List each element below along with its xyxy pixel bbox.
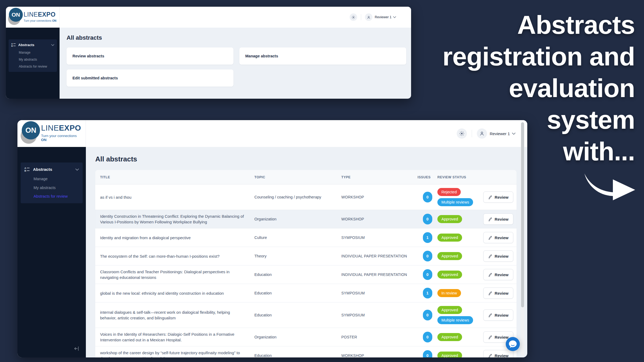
chevron-down-icon[interactable] (393, 16, 396, 18)
theme-toggle-button[interactable] (457, 128, 467, 139)
brand-logo: ON LINEEXPO Turn your connections ON (17, 120, 86, 147)
abstract-type: INDIVIDUAL PAPER PRESENTATION (341, 272, 418, 277)
person-icon (479, 131, 485, 136)
pen-icon (488, 217, 492, 221)
abstract-title: Identity Construction in Threatening Con… (95, 213, 254, 225)
abstract-type: WORKSHOP (341, 217, 418, 221)
table-row: Classroom Conflicts and Teacher Position… (95, 265, 517, 284)
issues-badge: 0 (423, 214, 432, 224)
svg-text:B: B (11, 45, 13, 47)
pen-icon (488, 195, 492, 199)
sidebar-item-abstracts-for-review[interactable]: Abstracts for review (11, 65, 54, 68)
sidebar-item-my-abstracts[interactable]: My abstracts (24, 186, 79, 190)
sidebar-item-manage[interactable]: Manage (24, 177, 79, 181)
abstract-type: WORKSHOP (341, 195, 418, 199)
sidebar-item-manage[interactable]: Manage (11, 51, 54, 54)
user-avatar-button[interactable] (365, 13, 372, 21)
review-button[interactable]: Review (483, 250, 513, 262)
pen-icon (488, 254, 492, 258)
abstract-topic: Education (254, 353, 341, 357)
status-badge: Multiple reviews (437, 198, 473, 206)
abstract-type: WORKSHOP (341, 353, 418, 357)
abstract-type: SYMPOSIUM (341, 313, 418, 317)
user-avatar-button[interactable] (477, 128, 487, 139)
theme-toggle-button[interactable] (350, 13, 357, 21)
collapse-sidebar-icon[interactable] (74, 346, 80, 352)
sidebar-group-label: Abstracts (33, 167, 52, 172)
review-button[interactable]: Review (483, 191, 513, 203)
status-badge: Approved (437, 333, 462, 341)
review-button[interactable]: Review (483, 213, 513, 225)
issues-badge: 0 (423, 332, 432, 342)
brand-circle: ON (9, 8, 23, 22)
action-cards: Review abstracts Manage abstracts Edit s… (67, 47, 406, 87)
person-icon (367, 15, 371, 20)
sidebar-items: ManageMy abstractsAbstracts for review (11, 51, 54, 68)
abstract-title: Voices in the Identity of Researchers: D… (95, 331, 254, 343)
table-row: workshop of the career design by “self-f… (95, 346, 517, 357)
scrollbar[interactable] (521, 122, 524, 355)
chat-bubble-icon (505, 336, 521, 352)
card-edit-submitted-abstracts[interactable]: Edit submitted abstracts (67, 69, 233, 87)
brand-tagline: Turn your connections ON (24, 19, 56, 22)
chevron-down-icon (75, 167, 79, 172)
brand-mark: ON (8, 8, 23, 25)
pen-icon (488, 273, 492, 277)
user-menu[interactable]: Reviewer 1 (375, 15, 391, 19)
status-badge: Approved (437, 306, 462, 314)
issues-badge: 0 (423, 192, 432, 202)
sidebar-group-abstracts[interactable]: AB Abstracts (24, 167, 79, 172)
headline-line: evaluation (442, 72, 635, 104)
abstract-type: SYMPOSIUM (341, 235, 418, 240)
pen-icon (488, 291, 492, 295)
card-manage-abstracts[interactable]: Manage abstracts (239, 47, 406, 65)
brand-tagline: Turn your connections ON (41, 134, 83, 142)
review-button[interactable]: Review (483, 232, 513, 243)
table-row: as if vs i and thouCounseling / coaching… (95, 184, 517, 210)
headline-line: registration and (442, 41, 635, 72)
brand-mark: ON (21, 121, 41, 144)
column-header-title: TITLE (95, 175, 254, 179)
sidebar-group-label: Abstracts (18, 43, 34, 47)
chevron-down-icon[interactable] (512, 132, 515, 135)
sidebar-group-abstracts[interactable]: AB Abstracts (11, 43, 54, 47)
table-row: The ecosystem of the Self: can more-than… (95, 247, 517, 265)
sidebar-item-abstracts-for-review[interactable]: Abstracts for review (24, 194, 79, 198)
abstract-title: internal dialogues & self-talk—recent wo… (95, 309, 254, 321)
column-header-issues: ISSUES (418, 175, 437, 179)
scrollbar-thumb[interactable] (521, 122, 524, 307)
promo-canvas: Abstracts registration and evaluation sy… (0, 0, 644, 362)
brand-name: LINEEXPO (41, 124, 83, 132)
sidebar-menu: AB Abstracts ManageMy abstractsAbstracts… (21, 162, 83, 203)
sun-icon (351, 15, 356, 20)
issues-badge: 0 (423, 269, 432, 280)
abstract-title: Identity and migration from a dialogical… (95, 235, 254, 241)
review-button[interactable]: Review (483, 287, 513, 299)
status-badge: Approved (437, 234, 462, 242)
review-button[interactable]: Review (483, 309, 513, 321)
table-body: as if vs i and thouCounseling / coaching… (95, 184, 517, 357)
topbar: Reviewer 1 (86, 120, 527, 147)
sidebar: ON LINEEXPO Turn your connections ON AB … (6, 7, 60, 99)
abstract-type: POSTER (341, 335, 418, 339)
issues-badge: 0 (423, 251, 432, 261)
brand-name: LINEEXPO (24, 11, 56, 18)
ab-list-icon: AB (24, 167, 30, 172)
review-button[interactable]: Review (483, 269, 513, 280)
abstract-topic: Organization (254, 217, 341, 221)
pen-icon (488, 335, 492, 339)
table-row: global is the new local: ethnicity and i… (95, 284, 517, 302)
status-badge: Multiple reviews (437, 316, 473, 324)
abstract-topic: Organization (254, 335, 341, 339)
sidebar: ON LINEEXPO Turn your connections ON AB … (17, 120, 86, 357)
user-menu[interactable]: Reviewer 1 (490, 131, 510, 136)
chat-button[interactable] (505, 336, 521, 352)
abstract-type: SYMPOSIUM (341, 291, 418, 295)
abstract-title: The ecosystem of the Self: can more-than… (95, 253, 254, 259)
abstract-topic: Education (254, 291, 341, 295)
pen-icon (488, 354, 492, 358)
status-badge: Approved (437, 271, 462, 279)
sidebar-item-my-abstracts[interactable]: My abstracts (11, 58, 54, 61)
card-review-abstracts[interactable]: Review abstracts (67, 47, 233, 65)
table-header: TITLE TOPIC TYPE ISSUES REVIEW STATUS (95, 170, 517, 184)
